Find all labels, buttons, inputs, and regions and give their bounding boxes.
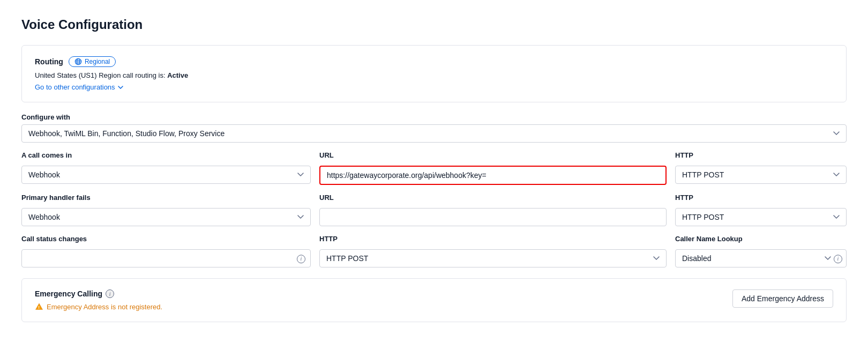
primary-handler-url-label: URL [319, 194, 667, 202]
call-comes-in-http-group: HTTP HTTP POST HTTP GET [675, 151, 847, 185]
page-container: Voice Configuration Routing Regional Uni… [0, 0, 868, 357]
configure-with-select[interactable]: Webhook, TwiML Bin, Function, Studio Flo… [21, 124, 847, 143]
call-status-http-group: HTTP HTTP POST HTTP GET [319, 235, 667, 267]
call-status-url-wrapper: i [21, 249, 311, 267]
call-status-info-icon[interactable]: i [297, 254, 305, 263]
call-comes-in-http-wrapper: HTTP POST HTTP GET [675, 166, 847, 184]
badge-label: Regional [85, 58, 110, 65]
routing-label: Routing [35, 57, 63, 66]
call-comes-in-select[interactable]: Webhook TwiML Bin Function Studio Flow P… [21, 166, 311, 184]
caller-name-lookup-wrapper: Disabled Enabled i [675, 249, 847, 267]
call-comes-in-url-group: URL [319, 151, 667, 185]
call-comes-in-handler-group: A call comes in Webhook TwiML Bin Functi… [21, 151, 311, 185]
call-status-label: Call status changes [21, 235, 311, 243]
primary-handler-url-group: URL [319, 194, 667, 226]
emergency-warning-message: ! Emergency Address is not registered. [35, 302, 162, 311]
routing-row: Routing Regional [35, 56, 833, 67]
call-status-http-wrapper: HTTP POST HTTP GET [319, 249, 667, 267]
primary-handler-select-wrapper: Webhook TwiML Bin Function Studio Flow P… [21, 208, 311, 226]
emergency-left-section: Emergency Calling i ! Emergency Address … [35, 289, 162, 311]
routing-badge: Regional [69, 56, 116, 67]
emergency-warning-text: Emergency Address is not registered. [47, 303, 162, 311]
primary-handler-row: Primary handler fails Webhook TwiML Bin … [21, 194, 847, 226]
call-comes-in-url-label: URL [319, 151, 667, 159]
svg-text:!: ! [38, 305, 40, 310]
primary-handler-url-input[interactable] [319, 208, 667, 226]
primary-handler-http-label: HTTP [675, 194, 847, 202]
globe-icon [74, 58, 82, 65]
configure-with-label: Configure with [21, 113, 847, 121]
go-to-other-configurations-button[interactable]: Go to other configurations [35, 83, 124, 91]
primary-handler-http-group: HTTP HTTP POST HTTP GET [675, 194, 847, 226]
primary-handler-url-wrapper [319, 208, 667, 226]
caller-name-info-button[interactable]: i [834, 254, 842, 263]
primary-handler-group: Primary handler fails Webhook TwiML Bin … [21, 194, 311, 226]
primary-handler-http-select[interactable]: HTTP POST HTTP GET [675, 208, 847, 226]
primary-handler-label: Primary handler fails [21, 194, 311, 202]
configure-with-select-wrapper: Webhook, TwiML Bin, Function, Studio Flo… [21, 124, 847, 143]
call-comes-in-http-select[interactable]: HTTP POST HTTP GET [675, 166, 847, 184]
call-comes-in-label: A call comes in [21, 151, 311, 159]
configure-with-section: Configure with Webhook, TwiML Bin, Funct… [21, 113, 847, 143]
call-status-url-group: Call status changes i [21, 235, 311, 267]
call-comes-in-row: A call comes in Webhook TwiML Bin Functi… [21, 151, 847, 185]
call-comes-in-url-input[interactable] [319, 166, 667, 185]
caller-name-lookup-group: Caller Name Lookup Disabled Enabled i [675, 235, 847, 267]
page-title: Voice Configuration [21, 17, 847, 32]
call-comes-in-url-wrapper [319, 166, 667, 185]
call-comes-in-http-label: HTTP [675, 151, 847, 159]
emergency-title-row: Emergency Calling i [35, 289, 162, 298]
chevron-down-icon [117, 84, 124, 91]
emergency-info-button[interactable]: i [106, 289, 114, 298]
call-status-url-input[interactable] [21, 249, 311, 267]
call-status-http-label: HTTP [319, 235, 667, 243]
add-emergency-address-button[interactable]: Add Emergency Address [732, 289, 833, 308]
primary-handler-select[interactable]: Webhook TwiML Bin Function Studio Flow P… [21, 208, 311, 226]
caller-name-lookup-label: Caller Name Lookup [675, 235, 847, 243]
routing-card: Routing Regional United States (US1) Reg… [21, 45, 847, 102]
call-comes-in-select-wrapper: Webhook TwiML Bin Function Studio Flow P… [21, 166, 311, 184]
primary-handler-http-wrapper: HTTP POST HTTP GET [675, 208, 847, 226]
emergency-calling-card: Emergency Calling i ! Emergency Address … [21, 278, 847, 322]
emergency-calling-title: Emergency Calling [35, 289, 102, 298]
call-status-row: Call status changes i HTTP HTTP POST HTT… [21, 235, 847, 267]
caller-name-lookup-select[interactable]: Disabled Enabled [675, 249, 847, 267]
routing-status: United States (US1) Region call routing … [35, 71, 833, 79]
call-status-http-select[interactable]: HTTP POST HTTP GET [319, 249, 667, 267]
warning-triangle-icon: ! [35, 302, 43, 311]
